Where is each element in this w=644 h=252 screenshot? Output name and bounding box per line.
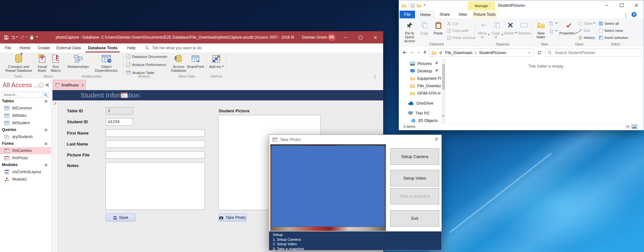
breadcrumb-studentpictures[interactable]: StudentPictures: [479, 51, 506, 55]
object-dependencies-button[interactable]: ∞ Object Dependencies: [92, 53, 120, 72]
save-icon[interactable]: [4, 35, 9, 40]
addins-button[interactable]: Add-ins: [209, 53, 224, 69]
folder-icon[interactable]: [417, 4, 421, 7]
nav-item-frmphoto[interactable]: frmPhoto: [0, 154, 51, 162]
properties-checkbox-icon[interactable]: [411, 4, 415, 8]
take-photo-button[interactable]: Take Photo: [218, 214, 246, 221]
take-snapshot-button[interactable]: Take a snapshot: [390, 188, 439, 204]
picture-file-field[interactable]: [106, 151, 205, 159]
details-view-icon[interactable]: [624, 124, 630, 129]
tab-create[interactable]: Create: [36, 43, 52, 52]
nav-section-forms[interactable]: Forms: [0, 141, 51, 146]
table-id-field[interactable]: 1: [106, 107, 133, 115]
select-all-button[interactable]: Select all: [599, 21, 619, 26]
copy-button[interactable]: Copy: [418, 20, 431, 35]
address-box[interactable]: File_Downloads StudentPictures: [429, 49, 534, 57]
nav-item-module1[interactable]: Module1: [0, 176, 51, 183]
nav-item-qrystudents[interactable]: qryStudents: [0, 133, 51, 140]
relationships-button[interactable]: Relationships: [65, 53, 91, 69]
paste-shortcut-button[interactable]: Paste shortcut: [447, 35, 475, 41]
customize-qat-icon[interactable]: [36, 36, 38, 39]
nav-pane-collapse-icon[interactable]: [45, 83, 49, 87]
forward-button[interactable]: [409, 49, 415, 56]
nav-section-tables[interactable]: Tables: [0, 98, 51, 104]
recent-locations-icon[interactable]: [416, 49, 422, 56]
save-button[interactable]: Save: [106, 214, 136, 221]
folder-icon[interactable]: [402, 4, 406, 7]
tell-me-search-icon[interactable]: [145, 46, 149, 50]
sidebar-item-file-downloads[interactable]: File_Downloads: [410, 82, 441, 89]
tab-picture-tools[interactable]: Picture Tools: [472, 11, 497, 18]
scroll-down-icon[interactable]: [442, 117, 445, 123]
nav-item-frmcamera[interactable]: frmCamera: [0, 147, 51, 154]
explorer-maximize-button[interactable]: [614, 0, 629, 10]
paste-button[interactable]: Paste: [432, 20, 445, 35]
tell-me-input[interactable]: Tell me what you want to do: [152, 43, 202, 52]
database-documenter-button[interactable]: Database Documenter: [126, 53, 167, 60]
cut-button[interactable]: Cut: [447, 21, 458, 26]
notes-field[interactable]: [106, 162, 205, 210]
delete-button[interactable]: Delete: [505, 20, 516, 35]
new-folder-button[interactable]: New folder: [534, 20, 548, 39]
redo-button[interactable]: [20, 35, 27, 40]
tab-view[interactable]: View: [455, 11, 470, 18]
explorer-search-input[interactable]: [554, 50, 633, 55]
close-tab-icon[interactable]: [81, 84, 84, 87]
pin-icon[interactable]: [435, 61, 439, 65]
up-button[interactable]: [421, 49, 428, 56]
exit-button[interactable]: Exit: [390, 210, 439, 227]
touch-mode-icon[interactable]: [30, 35, 34, 40]
access-minimize-button[interactable]: [338, 31, 353, 43]
tab-file[interactable]: File: [3, 43, 14, 52]
student-id-field[interactable]: a1234: [106, 118, 133, 126]
history-button[interactable]: History: [578, 35, 595, 41]
access-maximize-button[interactable]: [353, 31, 368, 43]
tab-share[interactable]: Share: [436, 11, 454, 18]
explorer-close-button[interactable]: [629, 0, 644, 10]
easy-access-button[interactable]: [549, 28, 557, 34]
back-button[interactable]: [402, 49, 408, 56]
new-item-button[interactable]: [549, 21, 557, 26]
breadcrumb-chevrons-icon[interactable]: [439, 51, 442, 54]
tab-home[interactable]: Home: [416, 11, 434, 18]
nav-item-tblcommon[interactable]: tblCommon: [0, 105, 51, 112]
sidebar-item-this-pc[interactable]: This PC: [408, 109, 441, 117]
copy-to-button[interactable]: Copy to: [491, 20, 503, 39]
rename-button[interactable]: Rename: [517, 20, 531, 35]
explorer-minimize-button[interactable]: [599, 0, 614, 10]
tab-home[interactable]: Home: [17, 43, 32, 52]
customize-qat-icon[interactable]: [423, 5, 425, 7]
setup-camera-button[interactable]: Setup Camera: [390, 148, 439, 165]
run-macro-button[interactable]: Run Macro: [49, 53, 63, 72]
tab-help[interactable]: Help: [124, 43, 138, 52]
nav-search-icon[interactable]: [43, 93, 48, 97]
tab-file[interactable]: File: [400, 11, 415, 18]
help-icon[interactable]: ?: [631, 12, 637, 17]
explorer-search-box[interactable]: [545, 49, 642, 57]
first-name-field[interactable]: [106, 129, 205, 137]
nav-section-modules[interactable]: Modules: [0, 162, 51, 168]
pin-icon[interactable]: [435, 69, 439, 72]
thumbnail-view-icon[interactable]: [631, 124, 637, 129]
nav-section-queries[interactable]: Queries: [0, 127, 51, 133]
invert-selection-button[interactable]: Invert selection: [599, 35, 628, 41]
tab-database-tools[interactable]: Database Tools: [86, 43, 120, 52]
tab-external-data[interactable]: External Data: [55, 43, 82, 52]
collapse-section-icon[interactable]: [44, 163, 48, 167]
compact-repair-button[interactable]: Compact and Repair Database: [4, 53, 33, 72]
access-close-button[interactable]: [368, 31, 383, 43]
nav-item-tblnotes[interactable]: tblNotes: [0, 112, 51, 119]
last-name-field[interactable]: [106, 140, 205, 148]
explorer-titlebar[interactable]: Manage StudentPictures: [399, 0, 644, 11]
manage-contextual-tab[interactable]: Manage: [468, 1, 495, 10]
setup-video-button[interactable]: Setup Video: [390, 170, 439, 186]
document-tab-frmphoto[interactable]: frmPhoto: [53, 80, 86, 90]
breadcrumb-file-downloads[interactable]: File_Downloads: [445, 51, 472, 55]
sidebar-item-equipment-fds[interactable]: Equipment FDS: [410, 75, 441, 82]
copy-path-button[interactable]: Copy path: [447, 28, 469, 33]
nav-search-box[interactable]: [1, 92, 49, 98]
move-to-button[interactable]: Move to: [478, 20, 490, 39]
nav-item-clscontrollayout[interactable]: clsControlLayout: [0, 168, 51, 175]
nav-search-input[interactable]: [3, 92, 42, 97]
refresh-button[interactable]: [535, 49, 544, 57]
